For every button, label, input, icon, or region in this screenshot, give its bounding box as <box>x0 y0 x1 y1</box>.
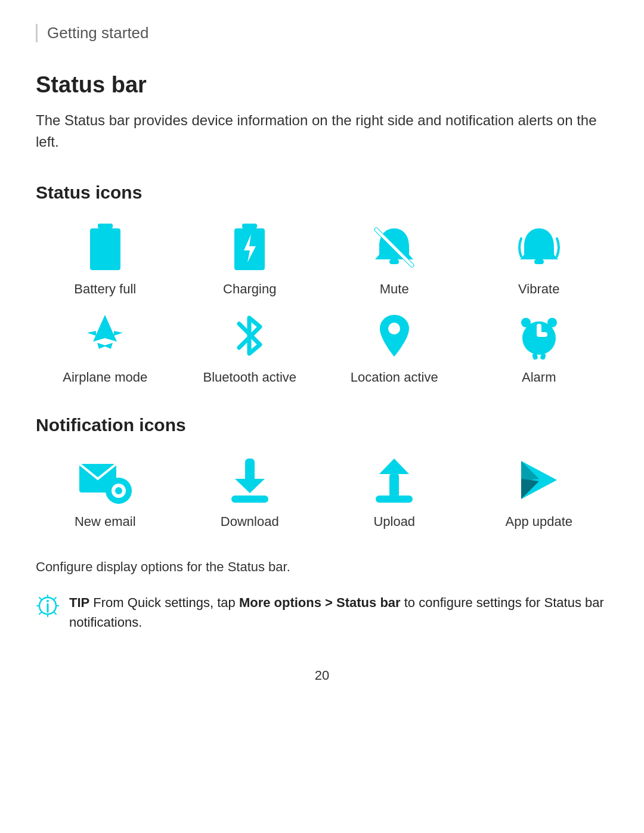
svg-rect-8 <box>534 259 544 264</box>
icon-cell-bluetooth: Bluetooth active <box>181 309 320 385</box>
icon-cell-alarm: Alarm <box>470 309 609 385</box>
svg-rect-12 <box>537 332 547 337</box>
download-label: Download <box>221 514 279 529</box>
svg-marker-23 <box>235 479 265 493</box>
svg-rect-26 <box>389 473 399 498</box>
airplane-mode-icon <box>78 309 132 363</box>
svg-rect-2 <box>242 224 257 228</box>
new-email-label: New email <box>75 514 136 529</box>
icon-cell-new-email: New email <box>36 453 175 529</box>
icon-cell-location: Location active <box>325 309 464 385</box>
status-icons-grid: Battery full Charging Mute <box>36 221 608 385</box>
tip-box: TIP From Quick settings, tap More option… <box>36 593 608 632</box>
alarm-label: Alarm <box>522 370 556 385</box>
mute-icon <box>367 221 421 274</box>
tip-text: TIP From Quick settings, tap More option… <box>69 593 608 632</box>
svg-rect-27 <box>376 496 413 503</box>
mute-label: Mute <box>380 281 409 297</box>
page-number: 20 <box>36 668 608 683</box>
app-update-icon <box>512 453 566 507</box>
svg-marker-25 <box>379 459 409 474</box>
vibrate-icon <box>512 221 566 274</box>
svg-line-38 <box>54 612 56 614</box>
notification-icons-heading: Notification icons <box>36 415 608 435</box>
svg-rect-5 <box>389 259 399 264</box>
battery-full-icon <box>78 221 132 274</box>
icon-cell-mute: Mute <box>325 221 464 297</box>
svg-line-35 <box>39 597 41 599</box>
svg-point-13 <box>521 318 531 327</box>
icon-cell-charging: Charging <box>181 221 320 297</box>
alarm-icon <box>512 309 566 363</box>
status-icons-heading: Status icons <box>36 182 608 203</box>
charging-icon <box>223 221 277 274</box>
upload-label: Upload <box>373 514 415 529</box>
svg-point-14 <box>547 318 557 327</box>
page-title: Status bar <box>36 72 608 98</box>
svg-rect-24 <box>231 496 268 503</box>
configure-text: Configure display options for the Status… <box>36 559 608 575</box>
svg-point-9 <box>388 323 400 335</box>
icon-cell-app-update: App update <box>470 453 609 529</box>
tip-icon <box>36 594 60 623</box>
svg-rect-1 <box>90 228 120 270</box>
icon-cell-vibrate: Vibrate <box>470 221 609 297</box>
vibrate-label: Vibrate <box>518 281 559 297</box>
app-update-label: App update <box>505 514 572 529</box>
bluetooth-active-label: Bluetooth active <box>203 370 296 385</box>
description: The Status bar provides device informati… <box>36 110 608 153</box>
svg-rect-21 <box>115 479 122 484</box>
charging-label: Charging <box>223 281 276 297</box>
new-email-icon <box>78 453 132 507</box>
upload-icon <box>367 453 421 507</box>
battery-full-label: Battery full <box>74 281 136 297</box>
icon-cell-upload: Upload <box>325 453 464 529</box>
icon-cell-airplane: Airplane mode <box>36 309 175 385</box>
svg-line-36 <box>54 597 56 599</box>
breadcrumb: Getting started <box>36 24 608 42</box>
svg-point-20 <box>115 487 122 494</box>
svg-point-29 <box>47 600 49 602</box>
svg-line-37 <box>39 612 41 614</box>
location-active-label: Location active <box>351 370 438 385</box>
svg-rect-0 <box>98 224 113 228</box>
download-icon <box>223 453 277 507</box>
icon-cell-battery-full: Battery full <box>36 221 175 297</box>
bluetooth-active-icon <box>223 309 277 363</box>
airplane-mode-label: Airplane mode <box>63 370 147 385</box>
notification-icons-grid: New email Download Upload <box>36 453 608 529</box>
location-active-icon <box>367 309 421 363</box>
icon-cell-download: Download <box>181 453 320 529</box>
